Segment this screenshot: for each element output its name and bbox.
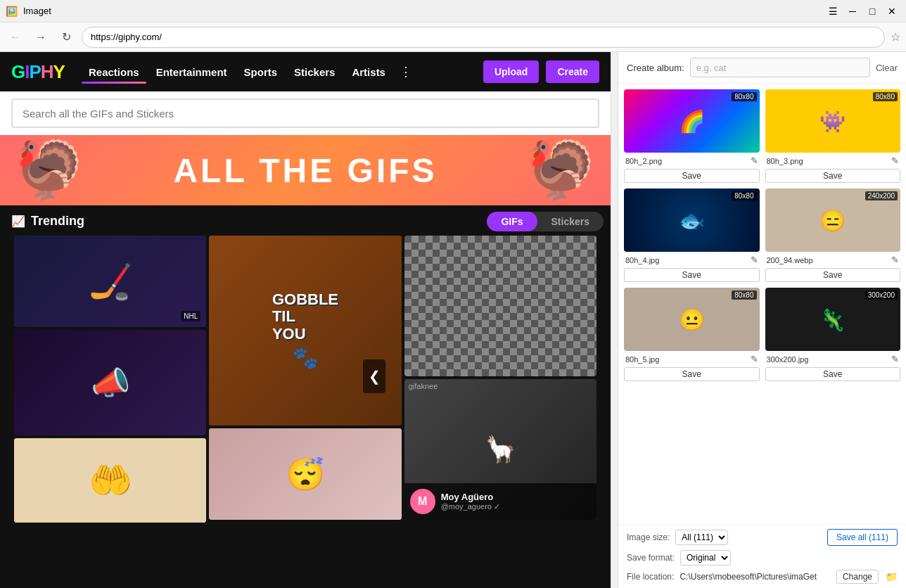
file-location-value: C:\Users\mobeesoft\Pictures\imaGet xyxy=(680,572,831,582)
user-avatar: M xyxy=(410,489,435,514)
thumb-img-6: 🦎 300x200 xyxy=(765,288,901,351)
image-size-label: Image size: xyxy=(627,532,670,542)
thumb-row-2: 🐟 80x80 80h_4.jpg ✎ Save 😑 240x200 xyxy=(624,188,900,282)
thumb-actions-5: 80h_5.jpg ✎ xyxy=(624,354,760,364)
gif-item-user[interactable]: 🦙 gifaknee M Moy Agüero @moy_aguero ✓ xyxy=(404,379,596,520)
maximize-button[interactable]: □ xyxy=(864,3,881,20)
address-bar[interactable] xyxy=(82,27,885,48)
thumb-item-1: 🌈 80x80 80h_2.png ✎ Save xyxy=(624,89,760,183)
save-button-4[interactable]: Save xyxy=(765,268,901,282)
image-size-select[interactable]: All (111) xyxy=(675,530,728,545)
giphy-scrollbar[interactable] xyxy=(611,52,618,588)
stickers-toggle-button[interactable]: Stickers xyxy=(537,212,604,231)
change-button[interactable]: Change xyxy=(836,570,879,584)
save-button-1[interactable]: Save xyxy=(624,169,760,183)
title-bar-controls: ☰ ─ □ ✕ xyxy=(824,3,900,20)
edit-icon-5[interactable]: ✎ xyxy=(751,354,758,364)
gif-transparent-placeholder xyxy=(404,236,596,376)
back-button[interactable]: ← xyxy=(6,27,25,47)
thumb-size-badge-3: 80x80 xyxy=(732,191,756,200)
thumb-item-5: 😐 80x80 80h_5.jpg ✎ Save xyxy=(624,288,760,381)
thumb-row-3: 😐 80x80 80h_5.jpg ✎ Save 🦎 300x200 xyxy=(624,288,900,381)
close-button[interactable]: ✕ xyxy=(883,3,900,20)
thumb-img-3: 🐟 80x80 xyxy=(624,188,760,252)
refresh-button[interactable]: ↻ xyxy=(56,27,76,47)
title-bar: 🖼️ Imaget ☰ ─ □ ✕ xyxy=(0,0,906,23)
bottom-bar: Image size: All (111) Save all (111) Sav… xyxy=(618,524,906,588)
thumb-item-4: 😑 240x200 200_94.webp ✎ Save xyxy=(765,188,901,282)
gif-item-gobble[interactable]: GOBBLETILYOU 🐾 xyxy=(209,236,401,426)
giphy-search-input[interactable] xyxy=(11,98,599,128)
edit-icon-1[interactable]: ✎ xyxy=(751,155,758,166)
giphy-nav: G I P H Y Reactions Entertainment Sports… xyxy=(0,52,611,91)
nav-entertainment[interactable]: Entertainment xyxy=(149,62,234,82)
logo-y: Y xyxy=(53,61,65,83)
nav-artists[interactable]: Artists xyxy=(345,62,393,82)
thumb-actions-6: 300x200.jpg ✎ xyxy=(765,354,901,364)
thumb-filename-5: 80h_5.jpg xyxy=(625,355,659,364)
trending-header: GIFs Stickers 📈 Trending xyxy=(11,214,599,229)
save-button-3[interactable]: Save xyxy=(624,268,760,282)
save-all-button[interactable]: Save all (111) xyxy=(827,529,898,546)
gif-item-cheer[interactable]: 📣 xyxy=(14,330,206,435)
logo-h: H xyxy=(41,61,53,83)
thumb-item-6: 🦎 300x200 300x200.jpg ✎ Save xyxy=(765,288,901,381)
gif-item-hands[interactable]: 🤲 xyxy=(14,438,206,523)
save-button-2[interactable]: Save xyxy=(765,169,901,183)
thumb-actions-2: 80h_3.png ✎ xyxy=(765,155,901,166)
save-button-5[interactable]: Save xyxy=(624,367,760,381)
folder-icon: 📁 xyxy=(886,571,898,582)
minimize-button[interactable]: ─ xyxy=(844,3,861,20)
album-input[interactable] xyxy=(690,58,870,77)
clear-button[interactable]: Clear xyxy=(876,63,898,73)
banner-text: ALL THE GIFS xyxy=(173,151,437,190)
edit-icon-3[interactable]: ✎ xyxy=(751,255,758,265)
save-button-6[interactable]: Save xyxy=(765,367,901,381)
menu-button[interactable]: ☰ xyxy=(824,3,841,20)
gif-gobble-placeholder: GOBBLETILYOU 🐾 xyxy=(209,236,401,426)
banner: 🦃 ALL THE GIFS 🦃 xyxy=(0,135,611,205)
browser-bar: ← → ↻ ☆ xyxy=(0,23,906,52)
gif-grid: 🏒 NHL 📣 🤲 xyxy=(11,236,599,523)
giphy-content: G I P H Y Reactions Entertainment Sports… xyxy=(0,52,611,588)
edit-icon-2[interactable]: ✎ xyxy=(891,155,899,166)
app-title: Imaget xyxy=(23,6,51,16)
trending-section: GIFs Stickers 📈 Trending 🏒 xyxy=(0,205,611,528)
user-handle: @moy_aguero ✓ xyxy=(441,502,500,511)
nav-stickers[interactable]: Stickers xyxy=(287,62,342,82)
logo-g: G xyxy=(11,61,25,83)
nav-reactions[interactable]: Reactions xyxy=(82,62,146,82)
image-size-row: Image size: All (111) Save all (111) xyxy=(627,529,898,546)
save-format-select[interactable]: Original xyxy=(680,550,731,565)
title-bar-left: 🖼️ Imaget xyxy=(6,6,51,17)
thumb-filename-4: 200_94.webp xyxy=(767,256,813,264)
thumb-size-badge-1: 80x80 xyxy=(732,92,756,101)
gif-sleeping-placeholder: 😴 xyxy=(209,428,401,520)
gif-col-1: 🏒 NHL 📣 🤲 xyxy=(14,236,206,523)
gif-hands-placeholder: 🤲 xyxy=(14,438,206,523)
thumb-size-badge-5: 80x80 xyxy=(732,290,756,300)
gif-item-transparent[interactable] xyxy=(404,236,596,376)
gifs-toggle-button[interactable]: GIFs xyxy=(487,212,537,231)
edit-icon-6[interactable]: ✎ xyxy=(891,354,899,364)
gif-item-sports[interactable]: 🏒 NHL xyxy=(14,236,206,327)
app-icon: 🖼️ xyxy=(6,6,18,17)
create-button[interactable]: Create xyxy=(546,60,599,83)
nav-sports[interactable]: Sports xyxy=(237,62,285,82)
album-bar: Create album: Clear xyxy=(618,52,906,84)
forward-button[interactable]: → xyxy=(31,27,51,47)
nav-more-button[interactable]: ⋮ xyxy=(395,61,416,82)
logo-box: G I P H Y xyxy=(11,59,68,84)
upload-button[interactable]: Upload xyxy=(483,60,539,83)
thumb-actions-4: 200_94.webp ✎ xyxy=(765,255,901,265)
main-layout: G I P H Y Reactions Entertainment Sports… xyxy=(0,52,906,588)
thumb-size-badge-4: 240x200 xyxy=(865,191,898,200)
imaget-panel: Create album: Clear 🌈 80x80 80h_2.png ✎ … xyxy=(618,52,906,588)
edit-icon-4[interactable]: ✎ xyxy=(891,255,899,265)
bookmark-button[interactable]: ☆ xyxy=(891,30,900,44)
prev-arrow-button[interactable]: ❮ xyxy=(363,359,385,393)
file-location-row: File location: C:\Users\mobeesoft\Pictur… xyxy=(627,570,898,584)
gif-item-sleeping[interactable]: 😴 xyxy=(209,428,401,520)
user-overlay: M Moy Agüero @moy_aguero ✓ xyxy=(404,483,596,520)
thumb-actions-1: 80h_2.png ✎ xyxy=(624,155,760,166)
